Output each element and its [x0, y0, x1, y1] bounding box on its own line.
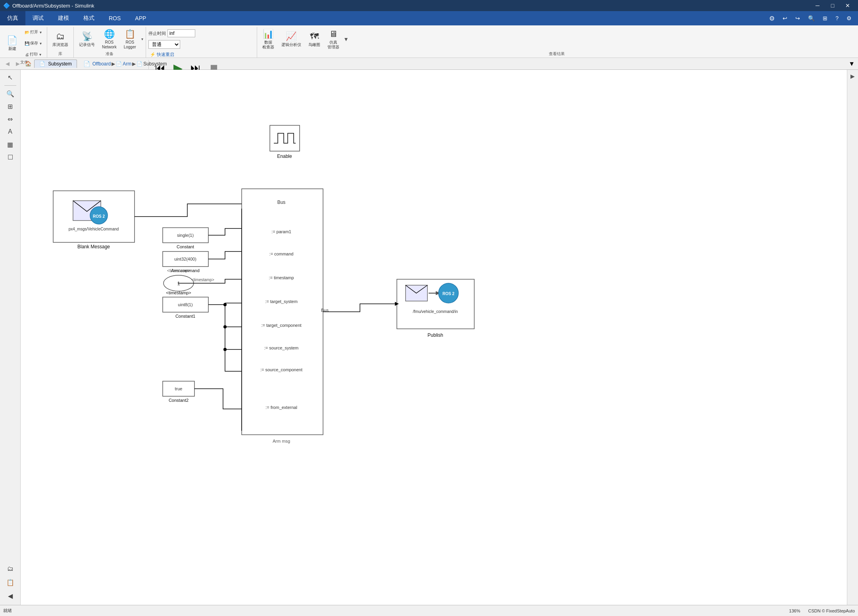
breadcrumb: 📄 Offboard ▶ 📄 Arm ▶ 📄 Subsystem: [82, 61, 167, 67]
menu-modeling[interactable]: 建模: [51, 11, 76, 25]
bird-view-button[interactable]: 🗺 鸟瞰图: [306, 28, 323, 50]
menu-format[interactable]: 格式: [76, 11, 102, 25]
gear-icon[interactable]: ⚙: [843, 11, 855, 25]
watermark: CSDN © FixedStepAuto: [808, 608, 855, 613]
results-more-arrow[interactable]: ▾: [344, 35, 348, 43]
sidebar-zoom-in-icon[interactable]: 🔍: [3, 88, 17, 100]
svg-rect-0: [270, 125, 300, 151]
bird-view-label: 鸟瞰图: [308, 42, 320, 47]
minimize-button[interactable]: ─: [810, 0, 825, 11]
sim-time-row: 停止时间: [148, 29, 254, 37]
svg-point-14: [164, 275, 194, 291]
svg-rect-11: [163, 251, 208, 267]
right-panel-toggle[interactable]: ▶: [847, 70, 858, 605]
menu-app[interactable]: APP: [128, 11, 153, 25]
svg-point-46: [223, 303, 227, 306]
logic-analyzer-label: 逻辑分析仪: [281, 42, 301, 47]
sidebar-separator-1: [4, 85, 16, 86]
bird-view-icon: 🗺: [310, 31, 319, 42]
menu-simulation[interactable]: 仿真: [0, 11, 25, 25]
svg-text::= timestamp: := timestamp: [269, 275, 294, 280]
close-button[interactable]: ✕: [841, 0, 855, 11]
status-right: 136% CSDN © FixedStepAuto: [789, 608, 855, 613]
library-browser-button[interactable]: 🗂 库浏览器: [50, 28, 71, 50]
results-section-label: 查看结果: [260, 51, 854, 58]
svg-text:Constant2: Constant2: [169, 398, 189, 403]
canvas[interactable]: Enable ROS 2 px4_msgs/VehicleCommand Bla…: [21, 70, 847, 605]
sidebar-fit2-icon[interactable]: ⇔: [3, 113, 17, 125]
nav-forward-button[interactable]: ▶: [13, 59, 22, 68]
prepare-section-label: 准备: [76, 51, 143, 58]
svg-text:Bus: Bus: [321, 308, 329, 313]
results-buttons: 📊 数据检查器 📈 逻辑分析仪 🗺 鸟瞰图 🖥 仿真管理器 ▾: [260, 27, 854, 51]
navbar: ◀ ▶ 🏠 📄 Subsystem 📄 Offboard ▶ 📄 Arm ▶ 📄…: [0, 58, 858, 70]
print-label: 打印: [30, 52, 38, 57]
sidebar-pointer-icon[interactable]: ↖: [3, 71, 17, 83]
left-sidebar: ↖ 🔍 ⊞ ⇔ A ▦ ☐ 🗂 📋 ◀: [0, 70, 21, 605]
sim-time-input[interactable]: [167, 29, 195, 37]
logic-analyzer-icon: 📈: [286, 31, 296, 42]
toolbar-library-section: 🗂 库浏览器 库: [47, 27, 74, 58]
panel-collapse-icon[interactable]: ▶: [850, 73, 855, 79]
new-icon: 📄: [7, 35, 17, 46]
ros-network-button[interactable]: 🌐 ROSNetwork: [99, 28, 119, 50]
sim-manager-button[interactable]: 🖥 仿真管理器: [325, 28, 342, 50]
svg-text::= param1: := param1: [271, 229, 291, 234]
svg-text::= source_system: := source_system: [264, 345, 299, 350]
quick-restart-button[interactable]: ⚡ 快速重启: [148, 51, 254, 58]
sidebar-checkbox-icon[interactable]: ☐: [3, 151, 17, 163]
ros-logger-button[interactable]: 📋 ROSLogger: [121, 28, 139, 50]
svg-rect-38: [406, 285, 427, 301]
logic-analyzer-button[interactable]: 📈 逻辑分析仪: [279, 28, 304, 50]
svg-text:uint8(1): uint8(1): [178, 302, 192, 307]
prepare-more-arrow[interactable]: ▾: [141, 37, 143, 41]
save-label: 保存: [30, 40, 38, 46]
svg-rect-3: [73, 201, 101, 221]
nav-collapse-button[interactable]: ▼: [848, 60, 855, 67]
bread-subsystem: Subsystem: [143, 61, 167, 67]
sidebar-text-icon[interactable]: A: [3, 126, 17, 138]
record-signal-button[interactable]: 📡 记录信号: [76, 28, 98, 50]
svg-marker-49: [395, 302, 399, 306]
nav-back-button[interactable]: ◀: [3, 59, 12, 68]
nav-subsystem-tab[interactable]: 📄 Subsystem: [34, 59, 77, 68]
toolbar-settings-icon[interactable]: ⚙: [766, 11, 778, 25]
menu-ros[interactable]: ROS: [102, 11, 128, 25]
nav-up-button[interactable]: 🏠: [24, 59, 33, 68]
open-button[interactable]: 📂 打开 ▾: [22, 27, 44, 37]
svg-point-4: [90, 207, 108, 224]
print-icon: 🖨: [25, 52, 29, 57]
sidebar-bottom-icon2[interactable]: 📋: [3, 576, 17, 588]
maximize-button[interactable]: □: [825, 0, 840, 11]
help-icon[interactable]: ?: [832, 11, 842, 25]
ros-network-label: ROSNetwork: [102, 40, 117, 50]
tab-label: Subsystem: [48, 61, 71, 67]
svg-text:Arm command: Arm command: [171, 268, 200, 273]
quick-restart-label: 快速重启: [157, 52, 174, 58]
svg-rect-24: [242, 189, 323, 435]
sim-mode-select[interactable]: 普通 加速 快速加速: [148, 40, 180, 49]
svg-marker-40: [436, 291, 441, 295]
svg-rect-21: [163, 381, 194, 396]
data-inspector-button[interactable]: 📊 数据检查器: [260, 28, 277, 50]
data-inspector-icon: 📊: [263, 29, 273, 39]
redo-button[interactable]: ↪: [792, 11, 803, 25]
print-button[interactable]: 🖨 打印 ▾: [22, 49, 44, 59]
library-label: 库浏览器: [52, 42, 68, 47]
sidebar-collapse-icon[interactable]: ◀: [3, 590, 17, 602]
bread-sep2: ▶: [132, 61, 136, 67]
undo-button[interactable]: ↩: [779, 11, 791, 25]
save-button[interactable]: 💾 保存 ▾: [22, 38, 44, 48]
new-button[interactable]: 📄 新建: [4, 32, 20, 54]
bread-arm[interactable]: Arm: [123, 61, 131, 67]
sidebar-fit-icon[interactable]: ⊞: [3, 100, 17, 112]
sidebar-bottom-icon1[interactable]: 🗂: [3, 563, 17, 575]
expand-icon[interactable]: ⊞: [820, 11, 831, 25]
menu-debug[interactable]: 调试: [25, 11, 51, 25]
sidebar-block-icon[interactable]: ▦: [3, 138, 17, 150]
svg-text::= target_system: := target_system: [265, 299, 298, 304]
bread-offboard[interactable]: Offboard: [92, 61, 111, 67]
svg-text:/fmu/vehicle_command/in: /fmu/vehicle_command/in: [413, 309, 458, 314]
tab-icon: 📄: [39, 61, 45, 67]
search-icon[interactable]: 🔍: [805, 11, 818, 25]
